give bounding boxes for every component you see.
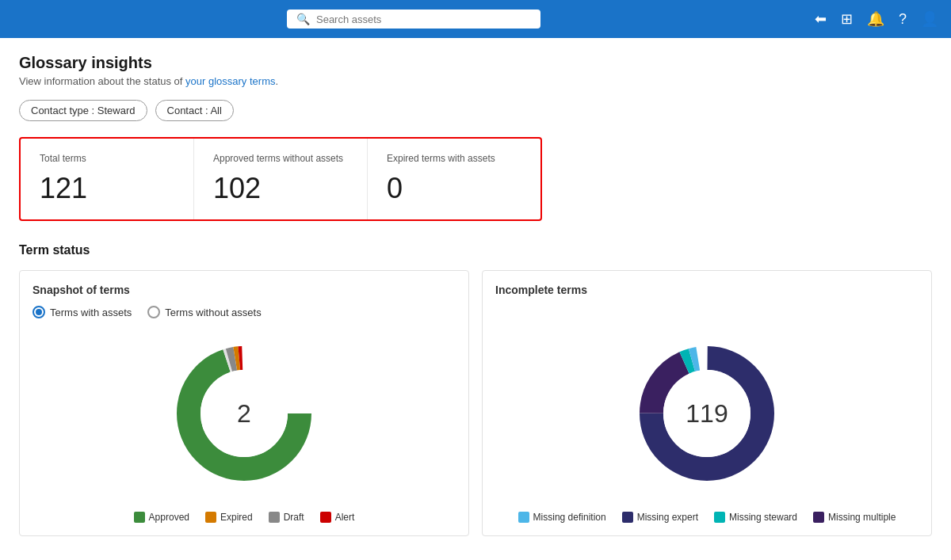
snapshot-title: Snapshot of terms xyxy=(32,284,456,296)
stat-label-approved: Approved terms without assets xyxy=(213,153,348,164)
charts-row: Snapshot of terms Terms with assets Term… xyxy=(19,270,932,536)
snapshot-center-value: 2 xyxy=(237,399,251,429)
header-icons: ⬅ ⊞ 🔔 ? 👤 xyxy=(815,10,938,28)
legend-missing-expert: Missing expert xyxy=(622,512,698,523)
radio-unselected-circle xyxy=(147,306,160,318)
radio-label-without-assets: Terms without assets xyxy=(165,307,261,318)
radio-terms-without-assets[interactable]: Terms without assets xyxy=(147,306,261,318)
legend-draft: Draft xyxy=(269,512,304,523)
legend-color-missing-steward xyxy=(714,512,725,523)
snapshot-panel: Snapshot of terms Terms with assets Term… xyxy=(19,270,469,536)
incomplete-title: Incomplete terms xyxy=(495,284,919,296)
search-bar[interactable]: 🔍 xyxy=(287,10,540,29)
header: 🔍 ⬅ ⊞ 🔔 ? 👤 xyxy=(0,0,951,38)
stat-card-total: Total terms 121 xyxy=(21,139,194,219)
stat-value-total: 121 xyxy=(40,172,174,205)
legend-missing-multiple: Missing multiple xyxy=(813,512,896,523)
bell-icon[interactable]: 🔔 xyxy=(867,10,884,28)
stat-label-expired: Expired terms with assets xyxy=(387,153,521,164)
legend-color-missing-definition xyxy=(518,512,529,523)
legend-label-draft: Draft xyxy=(284,512,304,523)
stat-card-expired: Expired terms with assets 0 xyxy=(368,139,540,219)
incomplete-panel: Incomplete terms xyxy=(482,270,932,536)
radio-label-with-assets: Terms with assets xyxy=(50,307,132,318)
incomplete-center-value: 119 xyxy=(686,399,728,429)
grid-icon[interactable]: ⊞ xyxy=(841,10,853,28)
help-icon[interactable]: ? xyxy=(899,11,907,28)
incomplete-legend: Missing definition Missing expert Missin… xyxy=(495,512,919,523)
stat-value-approved: 102 xyxy=(213,172,348,205)
legend-color-approved xyxy=(134,512,145,523)
stats-container: Total terms 121 Approved terms without a… xyxy=(19,137,542,221)
legend-label-missing-definition: Missing definition xyxy=(533,512,606,523)
contact-filter[interactable]: Contact : All xyxy=(155,100,234,121)
legend-approved: Approved xyxy=(134,512,189,523)
legend-label-expired: Expired xyxy=(220,512,253,523)
legend-color-alert xyxy=(320,512,331,523)
legend-alert: Alert xyxy=(320,512,355,523)
legend-label-alert: Alert xyxy=(335,512,355,523)
legend-color-draft xyxy=(269,512,280,523)
legend-label-missing-multiple: Missing multiple xyxy=(828,512,896,523)
profile-icon[interactable]: 👤 xyxy=(921,10,938,28)
radio-group: Terms with assets Terms without assets xyxy=(32,306,456,318)
search-input[interactable] xyxy=(316,13,531,25)
radio-selected-circle xyxy=(32,306,45,318)
incomplete-donut-container: 119 xyxy=(495,334,919,493)
snapshot-donut-container: 2 xyxy=(32,334,456,493)
legend-color-missing-multiple xyxy=(813,512,824,523)
stat-label-total: Total terms xyxy=(40,153,174,164)
subtitle-link[interactable]: your glossary terms xyxy=(185,75,275,87)
snapshot-legend: Approved Expired Draft Alert xyxy=(32,512,456,523)
legend-label-missing-steward: Missing steward xyxy=(729,512,797,523)
term-status-title: Term status xyxy=(19,243,932,257)
filters: Contact type : Steward Contact : All xyxy=(19,100,932,121)
legend-missing-steward: Missing steward xyxy=(714,512,797,523)
stat-card-approved: Approved terms without assets 102 xyxy=(194,139,368,219)
search-icon: 🔍 xyxy=(296,13,310,25)
page-title: Glossary insights xyxy=(19,54,932,72)
snapshot-donut: 2 xyxy=(165,334,323,493)
legend-missing-definition: Missing definition xyxy=(518,512,606,523)
page-content: Glossary insights View information about… xyxy=(0,38,951,552)
legend-expired: Expired xyxy=(205,512,253,523)
page-subtitle: View information about the status of you… xyxy=(19,75,932,87)
back-icon[interactable]: ⬅ xyxy=(815,10,827,28)
contact-type-filter[interactable]: Contact type : Steward xyxy=(19,100,147,121)
legend-color-expired xyxy=(205,512,216,523)
incomplete-donut: 119 xyxy=(628,334,786,493)
legend-label-approved: Approved xyxy=(149,512,189,523)
stat-value-expired: 0 xyxy=(387,172,521,205)
legend-color-missing-expert xyxy=(622,512,633,523)
legend-label-missing-expert: Missing expert xyxy=(637,512,698,523)
radio-terms-with-assets[interactable]: Terms with assets xyxy=(32,306,132,318)
